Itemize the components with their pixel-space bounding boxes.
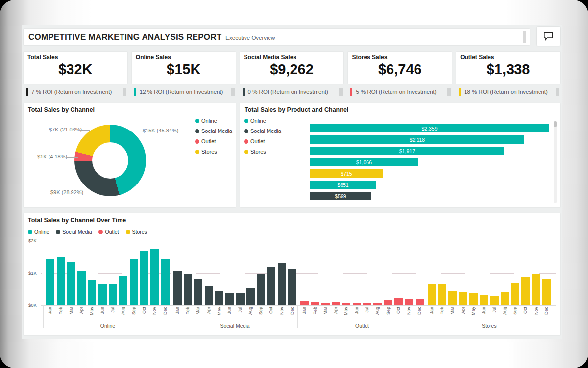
bar-outlet-feb[interactable] (311, 302, 319, 305)
scrollbar-thumb[interactable] (554, 121, 557, 127)
scrollbar-track[interactable] (554, 121, 557, 203)
month-label-text: Mar (321, 307, 330, 315)
kpi-scroll-nub[interactable] (339, 88, 343, 96)
kpi-box: Online Sales$15K (132, 52, 236, 84)
bar-stores-715[interactable]: $715 (310, 169, 383, 178)
kpi-card-online-sales[interactable]: Online Sales$15K12 % ROI (Return on Inve… (132, 52, 236, 97)
legend-item-online[interactable]: Online (195, 118, 232, 124)
legend-item-social-media[interactable]: Social Media (244, 128, 281, 134)
bar-outlet-may[interactable] (342, 303, 350, 305)
bar-online-2359[interactable]: $2,359 (310, 124, 549, 132)
bar-stores-aug[interactable] (501, 292, 509, 305)
x-axis-month-label: Jan (428, 307, 436, 314)
bar-online-1066[interactable]: $1,066 (310, 158, 418, 166)
bar-online-jun[interactable] (98, 284, 107, 305)
bar-social-media-aug[interactable] (246, 288, 255, 305)
bar-outlet-apr[interactable] (332, 302, 340, 305)
bar-social-media-dec[interactable] (288, 269, 296, 305)
bar-stores-apr[interactable] (459, 292, 467, 305)
bar-online-sep[interactable] (130, 259, 138, 305)
bar-outlet-nov[interactable] (405, 299, 413, 305)
month-label-text: Jul (109, 307, 117, 313)
bar-online-may[interactable] (88, 280, 96, 305)
bar-online-1917[interactable]: $1,917 (310, 147, 504, 155)
month-label-text: Jun (225, 307, 234, 314)
bar-online-mar[interactable] (67, 262, 75, 305)
kpi-roi-accent-bar (350, 88, 352, 96)
legend-item-stores[interactable]: Stores (126, 229, 147, 235)
legend-item-social-media[interactable]: Social Media (195, 128, 232, 134)
bar-outlet-sep[interactable] (384, 300, 392, 305)
kpi-card-social-media-sales[interactable]: Social Media Sales$9,2620 % ROI (Return … (240, 52, 344, 97)
bar-online-2118[interactable]: $2,118 (310, 135, 524, 144)
month-label-text: Oct (140, 307, 148, 314)
bar-outlet-jan[interactable] (300, 301, 309, 305)
bar-stores-oct[interactable] (521, 277, 530, 305)
legend-item-stores[interactable]: Stores (195, 149, 232, 155)
bar-social-media-sep[interactable] (257, 274, 265, 305)
month-label-text: Mar (194, 307, 202, 315)
bar-stores-mar[interactable] (448, 291, 457, 305)
bar-stores-jul[interactable] (490, 296, 499, 305)
bar-stores-jun[interactable] (480, 295, 488, 305)
y-axis-tick-label: $0K (28, 302, 37, 308)
bar-outlet-jul[interactable] (363, 303, 371, 305)
kpi-card-total-sales[interactable]: Total Sales$32K7 % ROI (Return on Invest… (24, 52, 127, 97)
bar-stores-dec[interactable] (542, 279, 551, 305)
legend-label: Outlet (250, 138, 265, 144)
bar-social-media-oct[interactable] (267, 267, 275, 305)
bar-social-media-mar[interactable] (194, 279, 202, 305)
header-scroll-nub[interactable] (523, 31, 526, 43)
bar-online-feb[interactable] (57, 257, 65, 305)
kpi-scroll-nub[interactable] (447, 88, 451, 96)
bar-online-aug[interactable] (119, 276, 127, 305)
x-axis-month-label: Nov (150, 307, 159, 315)
bar-online-jul[interactable] (109, 284, 117, 305)
bar-social-media-599[interactable]: $599 (310, 192, 371, 200)
month-label-text: Nov (150, 307, 159, 315)
bar-social-media-jun[interactable] (225, 293, 234, 305)
kpi-card-stores-sales[interactable]: Stores Sales$6,7465 % ROI (Return on Inv… (348, 52, 452, 97)
legend-item-online[interactable]: Online (244, 118, 281, 124)
bar-outlet-jun[interactable] (353, 303, 361, 305)
bar-online-jan[interactable] (46, 259, 54, 305)
legend-item-online[interactable]: Online (28, 229, 49, 235)
bar-social-media-may[interactable] (215, 291, 223, 305)
bar-outlet-mar[interactable] (321, 303, 330, 305)
bar-value-label: $715 (341, 171, 352, 177)
bar-online-apr[interactable] (77, 271, 86, 305)
legend-item-outlet[interactable]: Outlet (98, 229, 119, 235)
bar-stores-jan[interactable] (428, 284, 436, 305)
bar-stores-may[interactable] (469, 293, 478, 305)
bar-social-media-jan[interactable] (173, 271, 182, 305)
bar-online-oct[interactable] (140, 251, 148, 305)
bar-social-media-jul[interactable] (236, 293, 245, 305)
bar-online-nov[interactable] (150, 249, 159, 305)
bar-outlet-oct[interactable] (394, 298, 403, 305)
legend-item-outlet[interactable]: Outlet (195, 138, 232, 144)
kpi-title: Online Sales (132, 54, 236, 61)
bar-outlet-aug[interactable] (373, 303, 382, 305)
bar-stores-nov[interactable] (532, 274, 540, 305)
bar-stores-sep[interactable] (511, 283, 519, 305)
x-axis-group-label-social-media: Social Media (172, 323, 299, 329)
bar-outlet-dec[interactable] (416, 299, 424, 305)
bar-social-media-apr[interactable] (205, 286, 213, 305)
bar-stores-feb[interactable] (438, 284, 446, 305)
kpi-scroll-nub[interactable] (231, 88, 235, 96)
kpi-card-outlet-sales[interactable]: Outlet Sales$1,33818 % ROI (Return on In… (456, 52, 560, 97)
bar-social-media-nov[interactable] (278, 263, 286, 305)
kpi-roi-label: 0 % ROI (Return on Investment) (248, 89, 328, 95)
kpi-scroll-nub[interactable] (123, 88, 126, 96)
legend-item-outlet[interactable]: Outlet (244, 138, 281, 144)
comments-button[interactable] (537, 27, 560, 46)
bar-online-651[interactable]: $651 (310, 181, 376, 189)
legend-item-social-media[interactable]: Social Media (56, 229, 92, 235)
donut-chart[interactable] (74, 125, 146, 196)
bar-social-media-feb[interactable] (184, 274, 192, 305)
legend-label: Social Media (201, 128, 232, 134)
month-label-text: Nov (278, 307, 286, 315)
bar-online-dec[interactable] (161, 259, 170, 305)
kpi-scroll-nub[interactable] (556, 88, 559, 96)
legend-item-stores[interactable]: Stores (244, 149, 281, 155)
